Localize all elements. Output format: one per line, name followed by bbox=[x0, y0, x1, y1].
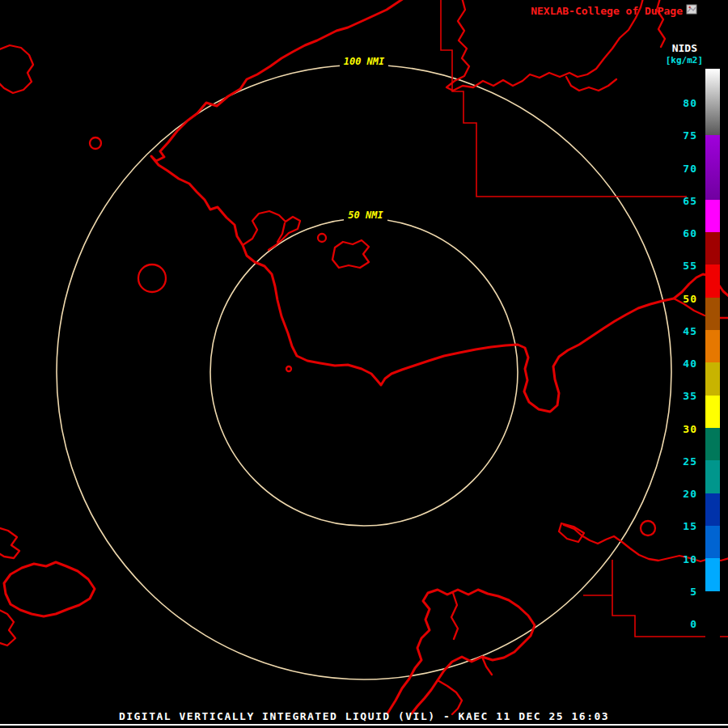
coastline-bottom-inlets bbox=[438, 593, 492, 714]
island-southwest bbox=[4, 562, 95, 616]
island-ring-west bbox=[138, 265, 166, 292]
colorbar-segment-55-60 bbox=[705, 232, 720, 265]
colorbar bbox=[705, 69, 720, 639]
range-ring-100nmi bbox=[57, 65, 671, 679]
colorbar-segment-65-75 bbox=[705, 135, 720, 200]
colorbar-segment-25-30 bbox=[705, 428, 720, 460]
coastline-inner-peninsula bbox=[243, 211, 300, 250]
status-bar-text: DIGITAL VERTICALLY INTEGRATED LIQUID (VI… bbox=[0, 710, 728, 722]
ring-label-100nmi: 100 NMI bbox=[344, 56, 385, 67]
range-ring-labels: 100 NMI 50 NMI bbox=[340, 54, 388, 221]
border-steps-northeast bbox=[441, 0, 687, 197]
coastline-main bbox=[151, 0, 728, 412]
coastline-bottom-center bbox=[387, 590, 535, 713]
colorbar-segment-40-45 bbox=[705, 330, 720, 362]
status-bar-divider bbox=[0, 724, 728, 726]
colorbar-segment-60-65 bbox=[705, 200, 720, 232]
colorbar-segment-10-15 bbox=[705, 526, 720, 558]
islet-small-3 bbox=[90, 138, 101, 149]
colorbar-segment-5-10 bbox=[705, 558, 720, 591]
colorbar-segment-30-35 bbox=[705, 396, 720, 428]
island-ring-southeast bbox=[641, 521, 655, 535]
islet-small-1 bbox=[318, 234, 326, 242]
colorbar-segment-above-75 bbox=[705, 69, 720, 135]
colorbar-segment-45-50 bbox=[705, 298, 720, 330]
colorbar-units: [kg/m2] bbox=[666, 55, 703, 66]
radar-display-app: { "header": { "brand": "NEXLAB-College o… bbox=[0, 0, 728, 728]
colorbar-segment-20-25 bbox=[705, 460, 720, 493]
colorbar-segment-50-55 bbox=[705, 265, 720, 298]
coastline-southeast bbox=[559, 523, 728, 561]
radar-map-canvas: 100 NMI 50 NMI bbox=[0, 0, 728, 728]
islet-small-2 bbox=[286, 366, 291, 371]
coastline-outlines bbox=[0, 0, 728, 714]
colorbar-segment-15-20 bbox=[705, 493, 720, 526]
coastline-left-edge bbox=[0, 45, 33, 645]
colorbar-segment-35-40 bbox=[705, 362, 720, 396]
ring-label-50nmi: 50 NMI bbox=[348, 210, 383, 221]
colorbar-title: NIDS bbox=[672, 42, 697, 54]
colorbar-segment-0-5 bbox=[705, 591, 720, 639]
nexlab-logo-icon bbox=[686, 3, 698, 15]
coastline-islets bbox=[332, 240, 369, 268]
brand-title: NEXLAB-College of DuPage bbox=[531, 5, 683, 17]
